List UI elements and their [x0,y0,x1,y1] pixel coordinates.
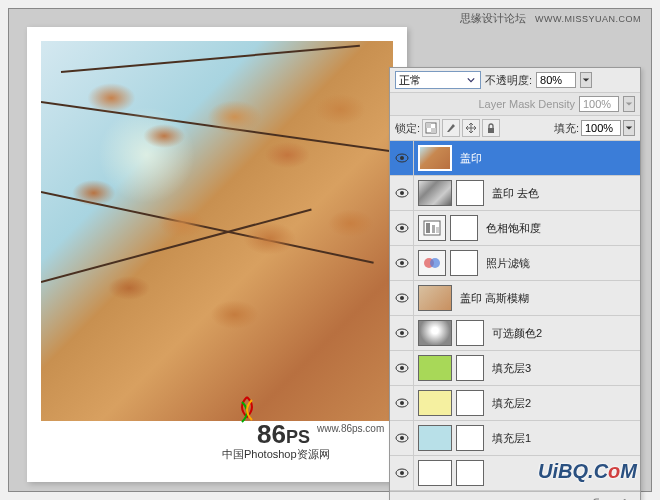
blend-mode-select[interactable]: 正常 [395,71,481,89]
lock-pixels-button[interactable] [442,119,460,137]
footer-brand: UiBQ.CoM [538,460,637,483]
adjustment-icon [418,250,446,276]
mask-thumbnail[interactable] [456,425,484,451]
visibility-toggle[interactable] [390,246,414,281]
layer-thumbnail[interactable] [418,390,452,416]
visibility-toggle[interactable] [390,141,414,176]
svg-point-21 [400,331,404,335]
svg-point-27 [400,436,404,440]
layer-thumbnail[interactable] [418,460,452,486]
visibility-toggle[interactable] [390,386,414,421]
layer-item[interactable]: 照片滤镜 [390,246,640,281]
lock-label: 锁定: [395,121,420,136]
watermark-url: www.86ps.com [317,423,384,434]
mask-thumbnail[interactable] [456,460,484,486]
photo-frame: 86PS www.86ps.com 中国Photoshop资源网 [27,27,407,482]
layer-item[interactable]: 填充层3 [390,351,640,386]
layer-name-label: 照片滤镜 [486,256,530,271]
adjustment-icon [418,215,446,241]
svg-point-7 [400,191,404,195]
lock-all-button[interactable] [482,119,500,137]
layer-name-label: 盖印 高斯模糊 [460,291,529,306]
layer-item[interactable]: 填充层2 [390,386,640,421]
mask-thumbnail[interactable] [450,250,478,276]
layer-name-label: 填充层2 [492,396,531,411]
visibility-toggle[interactable] [390,421,414,456]
svg-point-15 [400,261,404,265]
lock-position-button[interactable] [462,119,480,137]
layer-item[interactable]: 盖印 高斯模糊 [390,281,640,316]
layer-name-label: 填充层1 [492,431,531,446]
layer-item[interactable]: 填充层1 [390,421,640,456]
header-watermark: 思缘设计论坛 WWW.MISSYUAN.COM [460,11,641,26]
link-layers-button[interactable] [590,495,610,501]
blend-opacity-row: 正常 不透明度: 80% [390,68,640,93]
layers-list: 盖印盖印 去色色相饱和度照片滤镜盖印 高斯模糊可选颜色2填充层3填充层2填充层1 [390,141,640,491]
visibility-toggle[interactable] [390,316,414,351]
svg-point-25 [400,401,404,405]
fill-input[interactable]: 100% [581,120,621,136]
layer-name-label: 盖印 [460,151,482,166]
svg-rect-1 [426,123,431,128]
layers-panel: 正常 不透明度: 80% Layer Mask Density 100% 锁定: [389,67,641,500]
mask-density-input[interactable]: 100% [579,96,619,112]
layer-thumbnail[interactable] [418,145,452,171]
blend-mode-value: 正常 [399,73,421,88]
lock-transparent-button[interactable] [422,119,440,137]
layer-thumbnail[interactable] [418,425,452,451]
svg-point-19 [400,296,404,300]
layer-item[interactable]: 可选颜色2 [390,316,640,351]
canvas-area: 思缘设计论坛 WWW.MISSYUAN.COM 86PS www.86ps.co… [8,8,652,492]
mask-density-row: Layer Mask Density 100% [390,93,640,116]
visibility-toggle[interactable] [390,456,414,491]
visibility-toggle[interactable] [390,351,414,386]
lock-fill-row: 锁定: 填充: 100% [390,116,640,141]
mask-thumbnail[interactable] [456,320,484,346]
svg-point-29 [400,471,404,475]
svg-point-17 [430,258,440,268]
layer-name-label: 填充层3 [492,361,531,376]
svg-point-9 [400,226,404,230]
chevron-down-icon [465,74,477,86]
svg-rect-2 [431,128,436,133]
fill-label: 填充: [554,121,579,136]
layer-name-label: 色相饱和度 [486,221,541,236]
watermark-logo: 86PS [257,419,310,450]
photo-image [41,41,393,421]
visibility-toggle[interactable] [390,211,414,246]
svg-rect-13 [436,227,439,233]
layer-fx-button[interactable]: fx [616,495,636,501]
svg-rect-11 [426,223,430,233]
layer-item[interactable]: 盖印 去色 [390,176,640,211]
site-url: WWW.MISSYUAN.COM [535,14,641,24]
mask-thumbnail[interactable] [450,215,478,241]
layer-name-label: 可选颜色2 [492,326,542,341]
layer-item[interactable]: 盖印 [390,141,640,176]
svg-point-5 [400,156,404,160]
mask-thumbnail[interactable] [456,180,484,206]
leaves-decoration [41,41,393,421]
svg-rect-12 [432,225,435,233]
layer-item[interactable]: 色相饱和度 [390,211,640,246]
mask-density-slider-button[interactable] [623,96,635,112]
layer-thumbnail[interactable] [418,320,452,346]
layer-thumbnail[interactable] [418,355,452,381]
visibility-toggle[interactable] [390,176,414,211]
opacity-label: 不透明度: [485,73,532,88]
mask-thumbnail[interactable] [456,355,484,381]
svg-rect-3 [488,128,494,133]
opacity-slider-button[interactable] [580,72,592,88]
layer-thumbnail[interactable] [418,180,452,206]
watermark-subtitle: 中国Photoshop资源网 [222,447,330,462]
mask-density-label: Layer Mask Density [478,98,575,110]
panel-bottom-bar: fx [390,491,640,500]
visibility-toggle[interactable] [390,281,414,316]
svg-point-23 [400,366,404,370]
opacity-input[interactable]: 80% [536,72,576,88]
layer-name-label: 盖印 去色 [492,186,539,201]
fill-slider-button[interactable] [623,120,635,136]
forum-name: 思缘设计论坛 [460,12,526,24]
mask-thumbnail[interactable] [456,390,484,416]
layer-thumbnail[interactable] [418,285,452,311]
